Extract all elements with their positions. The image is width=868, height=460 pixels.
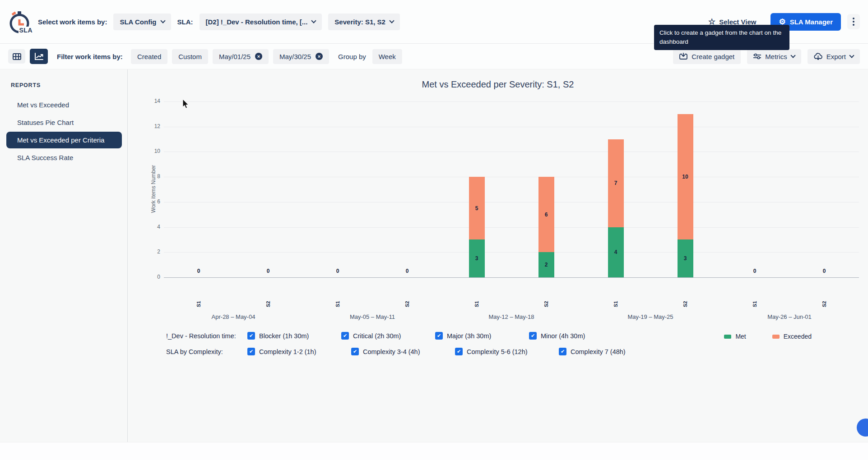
met-segment[interactable]: 2 xyxy=(538,252,554,277)
checked-checkbox-icon[interactable]: ✔ xyxy=(559,348,566,355)
y-tick-label: 0 xyxy=(143,274,160,280)
chart-view-button[interactable] xyxy=(30,49,48,64)
criteria-filters: !_Dev - Resolution time:✔Blocker (1h 30m… xyxy=(166,332,854,355)
met-segment[interactable]: 4 xyxy=(608,227,624,277)
severity-tick: S1 xyxy=(720,298,789,310)
legend-item-exceeded[interactable]: Exceeded xyxy=(772,333,812,340)
stacked-bar[interactable]: 53 xyxy=(469,177,485,277)
legend-swatch xyxy=(772,335,780,339)
criteria-checkbox-option[interactable]: ✔Major (3h 30m) xyxy=(435,332,529,340)
sidebar-item-2[interactable]: Met vs Exceeded per Criteria xyxy=(6,132,122,148)
criteria-option-label: Major (3h 30m) xyxy=(447,332,491,340)
gear-icon: ⚙ xyxy=(779,18,785,26)
y-tick-label: 12 xyxy=(143,123,160,129)
exceeded-segment[interactable]: 6 xyxy=(538,177,554,252)
bar-slot-week4-s2: 103 xyxy=(650,101,720,277)
stacked-bar[interactable]: 103 xyxy=(678,114,693,277)
met-segment[interactable]: 3 xyxy=(469,239,485,277)
week-range-label: May-05 – May-11 xyxy=(303,313,442,320)
severity-tick: S2 xyxy=(233,298,303,310)
zero-value-label: 0 xyxy=(233,268,303,274)
criteria-checkbox-option[interactable]: ✔Critical (2h 30m) xyxy=(341,332,435,340)
y-tick-label: 8 xyxy=(143,173,160,179)
severity-tick-label: S2 xyxy=(543,301,549,307)
bar-slot-week5-s2: 0 xyxy=(789,101,859,277)
criteria-checkbox-option[interactable]: ✔Complexity 5-6 (12h) xyxy=(455,348,559,355)
plot-area: Work items Number 0246810121400005362741… xyxy=(164,101,859,277)
checked-checkbox-icon[interactable]: ✔ xyxy=(341,332,349,340)
create-gadget-icon xyxy=(679,53,687,60)
y-tick-label: 10 xyxy=(143,148,160,154)
custom-filter-chip[interactable]: Custom xyxy=(172,49,208,64)
stacked-bar[interactable]: 62 xyxy=(538,177,554,277)
severity-tick: S1 xyxy=(303,298,372,310)
create-gadget-button[interactable]: Create gadget xyxy=(673,49,741,64)
severity-tick: S2 xyxy=(650,298,720,310)
severity-tick: S2 xyxy=(789,298,859,310)
group-by-week-chip[interactable]: Week xyxy=(372,49,402,64)
table-view-button[interactable] xyxy=(8,49,25,64)
table-grid-icon xyxy=(13,53,21,60)
logo-label: SLA xyxy=(19,27,33,34)
bar-slot-week5-s1: 0 xyxy=(720,101,789,277)
severity-tick: S1 xyxy=(581,298,650,310)
criteria-checkbox-option[interactable]: ✔Blocker (1h 30m) xyxy=(247,332,341,340)
clear-date-icon[interactable]: × xyxy=(316,53,323,60)
sliders-icon xyxy=(753,53,761,60)
metrics-button[interactable]: Metrics xyxy=(747,49,801,64)
date-from-chip[interactable]: May/01/25 × xyxy=(213,49,269,64)
create-gadget-tooltip: Click to create a gadget from the chart … xyxy=(654,25,789,50)
stacked-bar[interactable]: 74 xyxy=(608,139,624,277)
date-to-value: May/30/25 xyxy=(279,53,311,60)
sla-config-dropdown[interactable]: SLA Config xyxy=(113,14,171,30)
legend-item-met[interactable]: Met xyxy=(724,333,746,340)
sla-app-logo: SLA xyxy=(8,9,32,35)
criteria-checkbox-option[interactable]: ✔Complexity 7 (48h) xyxy=(559,348,663,355)
severity-tick-label: S2 xyxy=(265,301,271,307)
checked-checkbox-icon[interactable]: ✔ xyxy=(455,348,463,355)
checked-checkbox-icon[interactable]: ✔ xyxy=(247,332,255,340)
checked-checkbox-icon[interactable]: ✔ xyxy=(529,332,537,340)
bar-slot-week3-s1: 53 xyxy=(442,101,511,277)
chevron-down-icon xyxy=(790,53,795,58)
date-to-chip[interactable]: May/30/25 × xyxy=(273,49,329,64)
bar-slot-week3-s2: 62 xyxy=(511,101,581,277)
criteria-checkbox-option[interactable]: ✔Complexity 1-2 (1h) xyxy=(247,348,351,355)
sidebar-item-1[interactable]: Statuses Pie Chart xyxy=(0,114,127,131)
criteria-option-label: Complexity 7 (48h) xyxy=(571,348,626,355)
exceeded-segment[interactable]: 7 xyxy=(608,139,624,227)
severity-tick-label: S1 xyxy=(752,301,757,307)
checked-checkbox-icon[interactable]: ✔ xyxy=(247,348,255,355)
checked-checkbox-icon[interactable]: ✔ xyxy=(435,332,443,340)
criteria-checkbox-option[interactable]: ✔Complexity 3-4 (4h) xyxy=(351,348,455,355)
criteria-option-label: Critical (2h 30m) xyxy=(353,332,401,340)
week-range-label: May-26 – Jun-01 xyxy=(720,313,859,320)
criteria-checkbox-option[interactable]: ✔Minor (4h 30m) xyxy=(529,332,623,340)
created-filter-chip[interactable]: Created xyxy=(131,49,167,64)
exceeded-segment[interactable]: 5 xyxy=(469,177,485,239)
group-by-value: Week xyxy=(379,53,396,60)
chevron-down-icon xyxy=(311,18,316,23)
exceeded-segment[interactable]: 10 xyxy=(678,114,693,240)
zero-value-label: 0 xyxy=(720,268,789,274)
select-view-label: Select View xyxy=(719,18,756,26)
kebab-menu-button[interactable] xyxy=(847,14,860,29)
severity-tick: S1 xyxy=(164,298,233,310)
met-segment[interactable]: 3 xyxy=(678,239,693,277)
sidebar-item-0[interactable]: Met vs Exceeded xyxy=(0,97,127,113)
checked-checkbox-icon[interactable]: ✔ xyxy=(351,348,359,355)
y-tick-label: 4 xyxy=(143,224,160,230)
legend-swatch xyxy=(724,335,731,339)
bar-slot-week4-s1: 74 xyxy=(581,101,650,277)
export-button[interactable]: Export xyxy=(808,49,860,64)
clear-date-icon[interactable]: × xyxy=(255,53,262,60)
cloud-export-icon xyxy=(814,53,822,60)
week-range-label: May-19 – May-25 xyxy=(581,313,720,320)
chevron-down-icon xyxy=(849,53,854,58)
severity-tick-label: S1 xyxy=(196,301,201,307)
reports-sidebar: REPORTS Met vs ExceededStatuses Pie Char… xyxy=(0,69,128,442)
severity-dropdown[interactable]: Severity: S1, S2 xyxy=(328,14,400,30)
y-tick-label: 6 xyxy=(143,198,160,205)
sidebar-item-3[interactable]: SLA Success Rate xyxy=(0,149,127,166)
sla-dropdown[interactable]: [D2] !_Dev - Resolution time, [... xyxy=(200,14,322,30)
